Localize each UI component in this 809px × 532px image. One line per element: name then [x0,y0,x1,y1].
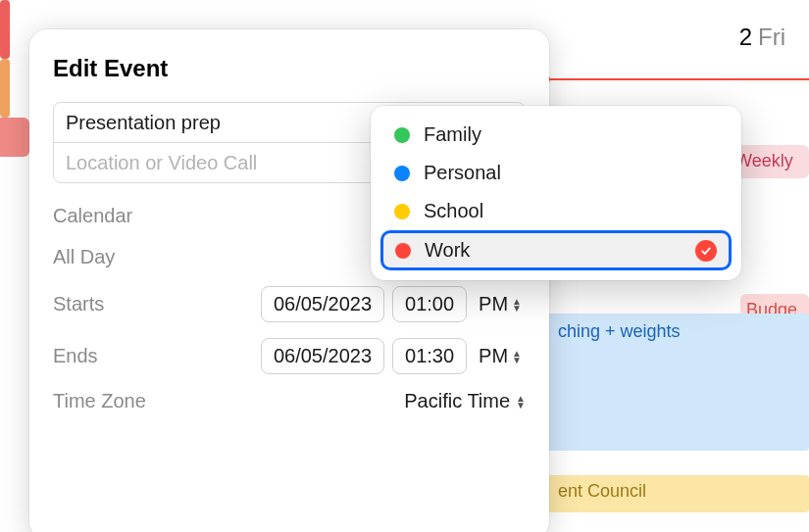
stepper-icon: ▲▼ [512,298,522,312]
starts-date-input[interactable]: 06/05/2023 [261,286,384,322]
calendar-option-work[interactable]: Work [380,230,732,270]
calendar-option-label: Family [424,123,481,146]
color-dot-icon [394,204,410,219]
starts-time-input[interactable]: 01:00 [392,286,467,322]
starts-label: Starts [53,293,180,315]
calendar-option-label: Personal [424,162,501,184]
timezone-row: Time Zone Pacific Time ▲▼ [53,390,526,412]
background-event[interactable]: ching + weights [544,314,809,451]
calendar-option-label: School [424,200,483,222]
current-time-indicator [544,78,809,80]
starts-ampm-value: PM [479,293,508,315]
ends-time-input[interactable]: 01:30 [392,338,467,374]
color-dot-icon [395,243,411,259]
stepper-icon: ▲▼ [512,350,522,363]
ends-ampm-select[interactable]: PM ▲▼ [475,345,526,367]
selected-check-icon [695,240,717,262]
popover-title: Edit Event [53,55,526,82]
calendar-option-label: Work [425,239,470,262]
ends-label: Ends [53,345,180,367]
all-day-label: All Day [53,246,180,268]
color-dot-icon [394,166,410,181]
background-event[interactable]: ent Council [544,475,809,512]
timezone-select[interactable]: Pacific Time ▲▼ [404,390,526,412]
starts-row: Starts 06/05/2023 01:00 PM ▲▼ [53,286,526,322]
calendar-option-personal[interactable]: Personal [380,154,732,192]
stepper-icon: ▲▼ [516,395,526,409]
background-event-tab [0,118,29,157]
ends-ampm-value: PM [479,345,508,367]
day-name: Fri [758,24,785,51]
calendar-label: Calendar [53,205,180,227]
ends-row: Ends 06/05/2023 01:30 PM ▲▼ [53,338,526,374]
calendar-option-family[interactable]: Family [380,116,732,154]
edit-event-popover: Edit Event Calendar ▾ All Day Starts 06/… [29,29,549,532]
calendar-dropdown-menu: Family Personal School Work [371,106,741,280]
ends-date-input[interactable]: 06/05/2023 [261,338,384,374]
color-dot-icon [394,127,410,143]
starts-ampm-select[interactable]: PM ▲▼ [475,293,526,315]
day-number: 2 [739,24,752,51]
timezone-value: Pacific Time [404,390,510,412]
timezone-label: Time Zone [53,390,180,412]
calendar-option-school[interactable]: School [380,192,732,230]
